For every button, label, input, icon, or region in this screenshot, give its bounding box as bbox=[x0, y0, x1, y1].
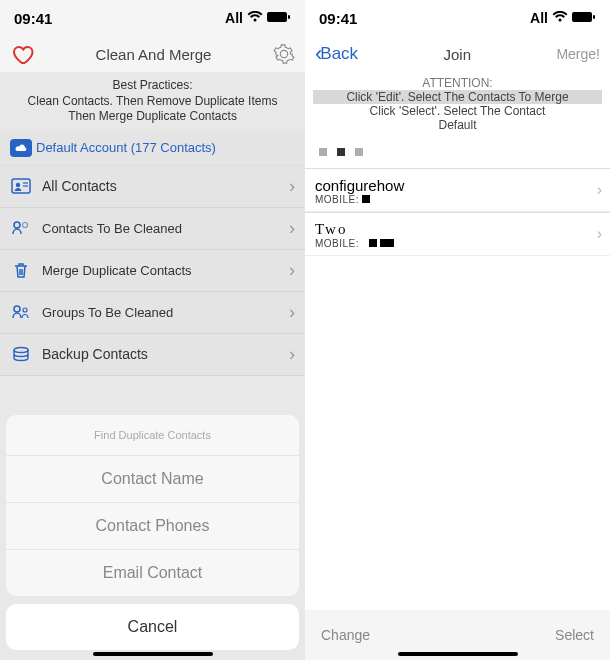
item-groups-cleaned[interactable]: Groups To Be Cleaned › bbox=[0, 292, 305, 334]
sheet-option-email[interactable]: Email Contact bbox=[6, 549, 299, 596]
contact-sub: MOBILE: bbox=[315, 194, 600, 205]
merge-button[interactable]: Merge! bbox=[556, 46, 600, 62]
attention-line3: Default bbox=[311, 118, 604, 132]
attention-line2: Click 'Select'. Select The Contact bbox=[311, 104, 604, 118]
contact-row[interactable]: Two MOBILE: › bbox=[305, 212, 610, 256]
svg-rect-0 bbox=[267, 12, 287, 22]
status-right: All bbox=[530, 10, 596, 26]
contact-row[interactable]: configurehow MOBILE: › bbox=[305, 168, 610, 212]
item-label: Backup Contacts bbox=[42, 346, 148, 362]
contacts-icon bbox=[10, 178, 32, 194]
item-merge-duplicate[interactable]: Merge Duplicate Contacts › bbox=[0, 250, 305, 292]
chevron-right-icon: › bbox=[597, 181, 602, 199]
status-time: 09:41 bbox=[14, 10, 52, 27]
item-contacts-cleaned[interactable]: Contacts To Be Cleaned › bbox=[0, 208, 305, 250]
svg-rect-1 bbox=[288, 15, 290, 19]
svg-rect-11 bbox=[572, 12, 592, 22]
wifi-icon bbox=[552, 10, 568, 26]
svg-point-6 bbox=[14, 222, 20, 228]
instructions-line3: Then Merge Duplicate Contacts bbox=[4, 109, 301, 125]
wifi-icon bbox=[247, 10, 263, 26]
sheet-cancel-button[interactable]: Cancel bbox=[6, 604, 299, 650]
svg-point-8 bbox=[14, 306, 20, 312]
svg-point-9 bbox=[23, 308, 27, 312]
contact-name: Two bbox=[315, 221, 600, 238]
groups-icon bbox=[10, 304, 32, 320]
change-button[interactable]: Change bbox=[321, 627, 370, 643]
status-right: All bbox=[225, 10, 291, 26]
sheet-option-phones[interactable]: Contact Phones bbox=[6, 502, 299, 549]
home-indicator bbox=[398, 652, 518, 656]
select-button[interactable]: Select bbox=[555, 627, 594, 643]
battery-icon bbox=[572, 10, 596, 26]
clean-icon bbox=[10, 220, 32, 236]
chevron-right-icon: › bbox=[597, 225, 602, 243]
back-button[interactable]: ‹ Back bbox=[315, 41, 358, 67]
status-bar: 09:41 All bbox=[0, 0, 305, 36]
masked-icon bbox=[369, 239, 377, 247]
page-title: Clean And Merge bbox=[34, 46, 273, 63]
item-label: Merge Duplicate Contacts bbox=[42, 263, 192, 278]
status-bar: 09:41 All bbox=[305, 0, 610, 36]
account-header[interactable]: Default Account (177 Contacts) bbox=[0, 131, 305, 166]
backup-icon bbox=[10, 346, 32, 362]
item-label: Contacts To Be Cleaned bbox=[42, 221, 182, 236]
masked-icon bbox=[380, 239, 394, 247]
svg-point-3 bbox=[16, 183, 20, 187]
chevron-right-icon: › bbox=[289, 218, 295, 239]
status-time: 09:41 bbox=[319, 10, 357, 27]
contact-name: configurehow bbox=[315, 177, 600, 194]
carrier-label: All bbox=[225, 10, 243, 26]
svg-point-10 bbox=[14, 348, 28, 353]
masked-icon bbox=[362, 195, 370, 203]
instructions: Best Practices: Clean Contacts. Then Rem… bbox=[0, 72, 305, 131]
dot-icon bbox=[319, 148, 327, 156]
instructions-line2: Clean Contacts. Then Remove Duplicate It… bbox=[4, 94, 301, 110]
svg-point-7 bbox=[23, 223, 28, 228]
sheet-option-name[interactable]: Contact Name bbox=[6, 455, 299, 502]
navbar-right: ‹ Back Join Merge! bbox=[305, 36, 610, 72]
chevron-right-icon: › bbox=[289, 344, 295, 365]
sheet-title: Find Duplicate Contacts bbox=[6, 415, 299, 455]
chevron-right-icon: › bbox=[289, 260, 295, 281]
instructions-line1: Best Practices: bbox=[4, 78, 301, 94]
svg-rect-12 bbox=[593, 15, 595, 19]
home-indicator bbox=[93, 652, 213, 656]
chevron-right-icon: › bbox=[289, 302, 295, 323]
attention-line1: Click 'Edit'. Select The Contacts To Mer… bbox=[313, 90, 602, 104]
account-label: Default Account (177 Contacts) bbox=[36, 140, 216, 155]
back-label: Back bbox=[320, 44, 358, 64]
favorites-icon[interactable] bbox=[10, 43, 34, 65]
carrier-label: All bbox=[530, 10, 548, 26]
item-label: All Contacts bbox=[42, 178, 117, 194]
trash-icon bbox=[10, 261, 32, 279]
action-sheet: Find Duplicate Contacts Contact Name Con… bbox=[6, 415, 299, 650]
item-backup[interactable]: Backup Contacts › bbox=[0, 334, 305, 376]
settings-icon[interactable] bbox=[273, 43, 295, 65]
page-title: Join bbox=[358, 46, 556, 63]
item-label: Groups To Be Cleaned bbox=[42, 305, 173, 320]
battery-icon bbox=[267, 10, 291, 26]
cloud-icon bbox=[10, 139, 32, 157]
dot-icon bbox=[337, 148, 345, 156]
attention-title: ATTENTION: bbox=[311, 76, 604, 90]
attention-block: ATTENTION: Click 'Edit'. Select The Cont… bbox=[305, 72, 610, 136]
contact-sub: MOBILE: bbox=[315, 238, 600, 249]
section-indicator bbox=[305, 136, 610, 168]
navbar-left: Clean And Merge bbox=[0, 36, 305, 72]
chevron-right-icon: › bbox=[289, 176, 295, 197]
item-all-contacts[interactable]: All Contacts › bbox=[0, 166, 305, 208]
dot-icon bbox=[355, 148, 363, 156]
